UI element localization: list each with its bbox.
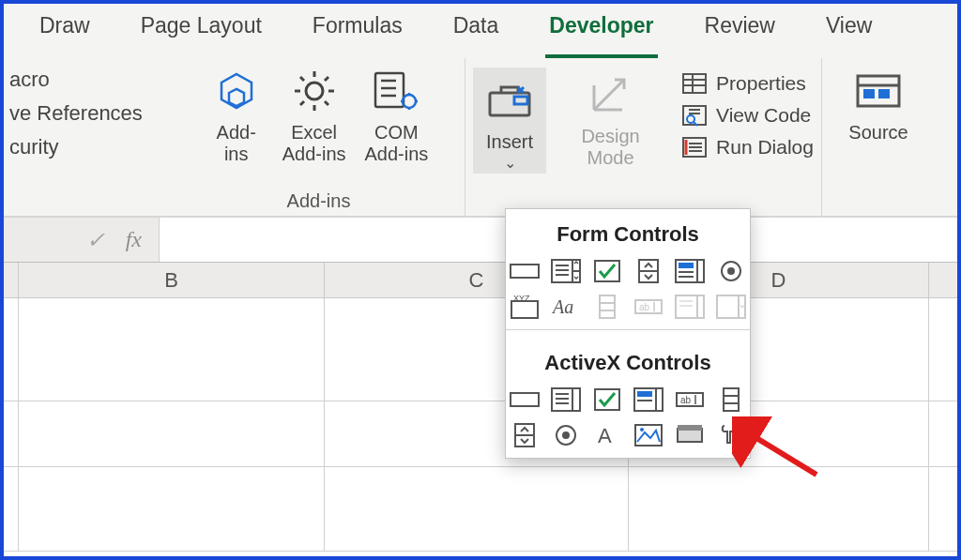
tab-view[interactable]: View [822, 11, 876, 58]
code-group-partial: acro ve References curity [4, 58, 173, 216]
svg-rect-10 [683, 74, 706, 93]
com-addins-button[interactable]: COM Add-ins [359, 64, 435, 165]
excel-addins-button[interactable]: Excel Add-ins [277, 64, 352, 165]
properties-button[interactable]: Properties [680, 71, 814, 96]
design-mode-button[interactable]: Design Mode [575, 68, 645, 169]
addins-button[interactable]: Add- ins [204, 64, 269, 165]
ribbon-body: acro ve References curity Add- ins Excel… [4, 58, 957, 218]
svg-point-2 [306, 83, 323, 99]
form-combodropdown-icon [713, 292, 749, 322]
run-dialog-button[interactable]: Run Dialog [680, 135, 814, 159]
svg-point-44 [727, 267, 735, 275]
run-dialog-label: Run Dialog [716, 136, 814, 159]
design-mode-label: Design Mode [581, 126, 639, 169]
ax-listbox-icon[interactable] [631, 385, 666, 415]
ax-image-icon[interactable] [631, 420, 666, 450]
confirm-icon[interactable]: ✓ [86, 227, 105, 253]
fx-icon[interactable]: fx [126, 227, 142, 252]
formula-bar: ✓ fx [4, 218, 957, 263]
form-listbox-icon[interactable] [672, 256, 708, 286]
cell-grid[interactable] [4, 298, 957, 552]
toolbox-icon [482, 73, 537, 128]
gear-icon [287, 64, 342, 118]
ax-checkbox-icon[interactable] [589, 385, 625, 415]
svg-rect-66 [595, 389, 619, 410]
svg-rect-26 [863, 89, 875, 98]
ax-commandbutton-icon[interactable] [507, 385, 542, 415]
insert-button[interactable]: Insert ⌄ [473, 68, 546, 174]
tab-review[interactable]: Review [701, 11, 779, 58]
design-mode-icon [584, 68, 638, 122]
ax-togglebutton-icon[interactable] [672, 420, 708, 450]
tab-draw[interactable]: Draw [36, 11, 94, 58]
view-code-icon [680, 103, 709, 128]
svg-rect-65 [572, 388, 580, 411]
ax-more-controls-icon[interactable] [713, 420, 749, 450]
svg-rect-45 [511, 301, 538, 318]
form-checkbox-icon[interactable] [589, 256, 625, 286]
xml-group: Source [822, 58, 935, 216]
macro-security-item[interactable]: curity [9, 135, 165, 159]
insert-controls-dropdown: Form Controls XYZ Aa ab ActiveX Controls… [505, 208, 751, 459]
svg-marker-0 [221, 74, 252, 108]
tab-formulas[interactable]: Formulas [309, 11, 406, 58]
svg-rect-28 [511, 265, 539, 278]
ax-optionbutton-icon[interactable] [548, 420, 584, 450]
svg-text:XYZ: XYZ [513, 294, 530, 303]
insert-label: Insert [486, 131, 533, 153]
properties-icon [680, 71, 709, 96]
svg-rect-9 [514, 97, 527, 104]
svg-rect-3 [375, 73, 404, 107]
ax-scrollbar-icon[interactable] [713, 385, 749, 415]
controls-group: Insert ⌄ Design Mode Properties View Cod… [465, 58, 822, 216]
svg-marker-1 [229, 89, 244, 106]
source-button[interactable]: Source [843, 64, 913, 144]
tab-data[interactable]: Data [450, 11, 503, 58]
svg-point-86 [736, 424, 740, 428]
svg-rect-39 [679, 263, 694, 268]
column-headers: B C D [4, 263, 957, 298]
activex-controls-grid: ab A [506, 385, 750, 450]
form-optionbutton-icon[interactable] [713, 256, 749, 286]
svg-rect-54 [676, 295, 704, 318]
col-header-row[interactable] [4, 263, 19, 297]
ax-label-icon[interactable]: A [589, 420, 625, 450]
svg-text:A: A [598, 424, 612, 447]
svg-rect-34 [572, 271, 580, 282]
form-textfield-icon: ab [631, 292, 666, 322]
record-macro-item[interactable]: acro [9, 68, 165, 92]
com-addins-icon [369, 64, 423, 118]
view-code-label: View Code [716, 104, 811, 127]
svg-text:Aa: Aa [551, 296, 573, 317]
ax-spinbutton-icon[interactable] [507, 420, 542, 450]
form-button-icon[interactable] [507, 256, 542, 286]
col-header-B[interactable]: B [19, 263, 325, 297]
svg-rect-58 [717, 295, 745, 318]
relative-references-item[interactable]: ve References [9, 101, 165, 126]
form-combobox-icon[interactable] [548, 256, 584, 286]
addins-group: Add- ins Excel Add-ins COM Add-ins Add-i… [173, 58, 465, 216]
ax-combobox-icon[interactable] [548, 385, 584, 415]
form-controls-grid: XYZ Aa ab [506, 256, 750, 322]
excel-addins-label: Excel Add-ins [282, 122, 346, 165]
ribbon-tabs: Draw Page Layout Formulas Data Developer… [4, 4, 957, 58]
svg-point-83 [640, 428, 644, 431]
svg-rect-35 [595, 261, 619, 281]
source-icon [851, 64, 906, 118]
run-dialog-icon [680, 135, 709, 159]
form-spinbutton-icon[interactable] [631, 256, 666, 286]
svg-text:ab: ab [680, 395, 692, 405]
ax-textbox-icon[interactable]: ab [672, 385, 708, 415]
tab-page-layout[interactable]: Page Layout [137, 11, 266, 58]
properties-label: Properties [716, 72, 806, 95]
addins-icon [209, 64, 264, 118]
chevron-down-icon: ⌄ [504, 155, 516, 172]
form-label-icon[interactable]: Aa [548, 292, 584, 322]
form-groupbox-icon[interactable]: XYZ [507, 292, 542, 322]
form-controls-header: Form Controls [506, 209, 750, 256]
view-code-button[interactable]: View Code [680, 103, 814, 128]
addins-group-label: Add-ins [287, 190, 351, 212]
tab-developer[interactable]: Developer [545, 11, 657, 58]
svg-rect-68 [637, 391, 652, 397]
source-label: Source [848, 122, 908, 144]
